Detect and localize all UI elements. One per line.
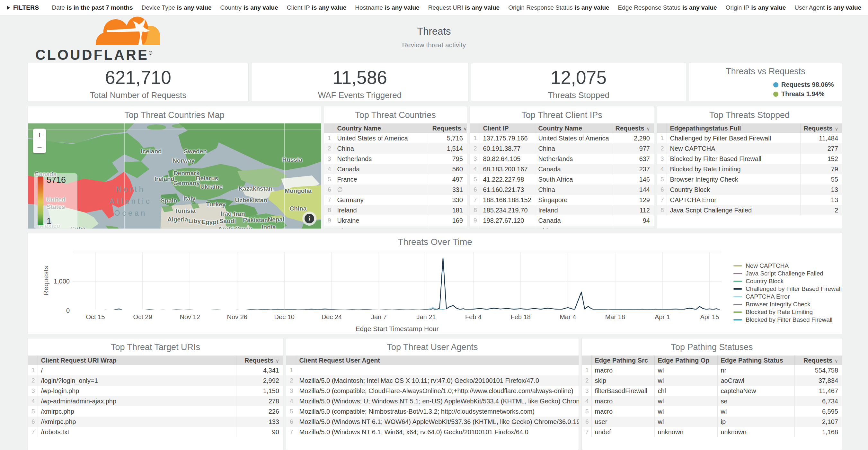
tile-title: Top Threat Target URIs [28,338,283,356]
zoom-out-button[interactable]: − [33,141,46,153]
column-header[interactable]: Country Name [334,123,429,133]
table-row[interactable]: 5Mozilla/5.0 (compatible; Nimbostratus-B… [286,406,579,417]
filter-item[interactable]: Origin IPis any value [726,4,786,11]
table-row[interactable]: 2China1,514 [324,143,467,154]
legend-item-requests[interactable]: Requests 98.06% [773,80,842,89]
filter-item[interactable]: Dateis in the past 7 months [52,4,133,11]
table-row[interactable]: 5macrowlwl6,595 [582,406,842,417]
filters-toggle[interactable]: FILTERS [7,4,39,11]
table-row[interactable]: 1macrowlnr554,758 [582,365,842,376]
table-row[interactable]: 541.222.227.98South Africa146 [470,174,654,184]
table-row[interactable]: 4Mozilla/5.0 (Windows; U; Windows NT 5.1… [286,396,579,406]
table-row[interactable]: 9Ukraine169 [324,215,467,226]
column-header[interactable]: Requests∨ [236,356,283,365]
table-row[interactable]: 3Netherlands795 [324,154,467,164]
column-header[interactable]: Edge Pathing Src [591,356,654,365]
filter-item[interactable]: Device Typeis any value [142,4,212,11]
table-row[interactable]: 7188.166.188.152Singapore129 [470,195,654,205]
table-row[interactable]: 260.191.38.77China977 [470,143,654,154]
table-row[interactable]: 5Browser Integrity Check55 [657,174,842,184]
table-row[interactable]: 7undefunknownunknown1,168 [582,427,842,437]
table-row[interactable]: 6Country Block13 [657,184,842,195]
table-row[interactable]: 2skipwlaoCrawl37,834 [582,376,842,386]
table-row[interactable]: 3Blocked by Filter Based Firewall152 [657,154,842,164]
table-row[interactable]: 4Blocked by Rate Limiting79 [657,164,842,174]
chart-legend-item[interactable]: Country Block [734,277,842,285]
column-header[interactable]: Client Request URI Wrap [38,356,236,365]
stat-tile-waf-events[interactable]: 11,586 WAF Events Triggered [251,63,468,101]
stat-tile-total-requests[interactable]: 621,710 Total Number of Requests [28,63,249,101]
chart-legend-item[interactable]: CAPTCHA Error [734,293,842,301]
table-row[interactable]: 7CAPTCHA Error13 [657,195,842,205]
legend-line-icon [734,265,742,267]
filter-item[interactable]: Origin Response Statusis any value [508,4,609,11]
table-row[interactable]: 7Germany330 [324,195,467,205]
table-row[interactable]: 1/4,341 [28,365,283,376]
filters-label: FILTERS [13,4,39,11]
table-row[interactable]: 6userwlip2,107 [582,417,842,427]
legend-line-icon [734,319,742,321]
column-header[interactable]: Edge Pathing Op [654,356,717,365]
table-row[interactable]: 3filterBasedFirewallchlcaptchaNew11,467 [582,386,842,396]
stat-tile-threats-stopped[interactable]: 12,075 Threats Stopped [471,63,686,101]
table-row[interactable]: 3Mozilla/5.0 (compatible; CloudFlare-Alw… [286,386,579,396]
table-row[interactable]: 661.160.221.73China144 [470,184,654,195]
table-row[interactable]: 3/wp-login.php1,150 [28,386,283,396]
table-row[interactable]: 6Mozilla/5.0 (Windows NT 6.1; WOW64) App… [286,417,579,427]
info-icon: i [305,214,314,223]
table-row[interactable]: 7/robots.txt90 [28,427,283,437]
chart-legend-item[interactable]: Challenged by Filter Based Firewall [734,285,842,293]
filter-item[interactable]: Client IPis any value [287,4,347,11]
legend-item-threats[interactable]: Threats 1.94% [773,89,842,99]
chart-legend-item[interactable]: Browser Integrity Check [734,301,842,308]
column-header[interactable]: Edgepathingstatus Full [666,123,800,133]
table-row[interactable]: 2New CAPTCHA277 [657,143,842,154]
stat-value: 621,710 [28,67,248,88]
chart-legend-item[interactable]: Java Script Challenge Failed [734,270,842,277]
table-row[interactable]: 8Java Script Challenge Failed2 [657,205,842,215]
chart-legend-item[interactable]: Blocked by Rate Limiting [734,308,842,316]
filter-item[interactable]: User Agentis any value [795,4,861,11]
top-threats-stopped-tile: Top Threats Stopped Edgepathingstatus Fu… [657,106,842,229]
column-header[interactable]: Client Request User Agent [296,356,579,365]
table-row[interactable]: 1 [286,365,579,376]
table-row[interactable]: 1061.160.247.127China82 [470,226,654,229]
table-row[interactable]: 6∅331 [324,184,467,195]
line-chart-plot[interactable] [72,251,721,309]
table-row[interactable]: 10Singapore158 [324,226,467,229]
table-row[interactable]: 1United States of America5,716 [324,133,467,143]
table-row[interactable]: 5/xmlrpc.php226 [28,406,283,417]
table-row[interactable]: 8185.234.219.70Ireland112 [470,205,654,215]
table-row[interactable]: 1137.175.79.166United States of America2… [470,133,654,143]
filter-item[interactable]: Edge Response Statusis any value [618,4,717,11]
column-header[interactable]: Requests∨ [429,123,467,133]
table-row[interactable]: 6//xmlrpc.php133 [28,417,283,427]
filter-item[interactable]: Countryis any value [220,4,278,11]
table-row[interactable]: 4macrowlse6,734 [582,396,842,406]
table-row[interactable]: 2Mozilla/5.0 (Macintosh; Intel Mac OS X … [286,376,579,386]
column-header[interactable]: Edge Pathing Status [717,356,795,365]
table-row[interactable]: 5France497 [324,174,467,184]
table-row[interactable]: 468.183.200.167Canada237 [470,164,654,174]
filter-item[interactable]: Request URIis any value [428,4,500,11]
table-row[interactable]: 8Ireland181 [324,205,467,215]
chart-legend-item[interactable]: Blocked by Filter Based Firewall [734,316,842,324]
chart-legend-item[interactable]: New CAPTCHA [734,262,842,270]
column-header[interactable]: Requests∨ [800,123,842,133]
filter-item[interactable]: Hostnameis any value [355,4,419,11]
table-row[interactable]: 4Canada560 [324,164,467,174]
column-header[interactable]: Requests∨ [612,123,654,133]
table-row[interactable]: 380.82.64.105Netherlands637 [470,154,654,164]
top-threat-client-ips-tile: Top Threat Client IPs Client IPCountry N… [470,106,654,229]
column-header[interactable]: Country Name [535,123,612,133]
zoom-in-button[interactable]: + [33,128,46,141]
world-map[interactable]: CanadaUnited StatesMexicoCubaIcelandIrel… [28,123,321,229]
column-header[interactable]: Client IP [479,123,535,133]
table-row[interactable]: 2/login/?login_only=12,992 [28,376,283,386]
column-header[interactable]: Requests∨ [795,356,842,365]
table-row[interactable]: 9198.27.67.120Canada94 [470,215,654,226]
table-row[interactable]: 1Challenged by Filter Based Firewall11,4… [657,133,842,143]
table-row[interactable]: 4/wp-admin/admin-ajax.php278 [28,396,283,406]
map-info-button[interactable]: i [302,211,316,226]
table-row[interactable]: 7Mozilla/5.0 (Windows NT 6.1; Win64; x64… [286,427,579,437]
